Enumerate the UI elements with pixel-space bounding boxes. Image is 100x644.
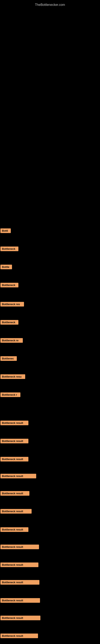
bottleneck-result-label-8: Bottlenec [0,356,17,361]
bottleneck-result-label-2: Bottleneck [0,246,18,251]
bottleneck-result-label-19: Bottleneck result [0,562,38,567]
bottleneck-result-label-18: Bottleneck result [0,544,39,549]
bottleneck-result-label-11: Bottleneck result [0,420,28,425]
bottleneck-result-label-9: Bottleneck resu [0,374,25,379]
bottleneck-result-label-4: Bottleneck [0,283,18,288]
bottleneck-result-label-1: Bottl [0,228,11,233]
bottleneck-result-label-5: Bottleneck res [0,302,24,306]
bottleneck-result-label-22: Bottleneck result [0,616,40,620]
bottleneck-result-label-23: Bottleneck result [0,634,38,638]
bottleneck-result-label-14: Bottleneck result [0,474,36,478]
bottleneck-result-label-16: Bottleneck result [0,509,32,514]
bottleneck-result-label-13: Bottleneck result [0,457,28,462]
bottleneck-result-label-10: Bottleneck r [0,392,20,397]
bottleneck-result-label-15: Bottleneck result [0,491,29,496]
bottleneck-result-label-6: Bottleneck [0,320,18,324]
bottleneck-result-label-21: Bottleneck result [0,598,40,603]
bottleneck-result-label-7: Bottleneck re [0,338,23,343]
bottleneck-result-label-12: Bottleneck result [0,439,28,443]
bottleneck-result-label-3: Bottle [0,265,12,269]
site-title: TheBottlenecker.com [0,1,100,9]
bottleneck-result-label-17: Bottleneck result [0,527,28,532]
bottleneck-result-label-20: Bottleneck result [0,580,39,585]
